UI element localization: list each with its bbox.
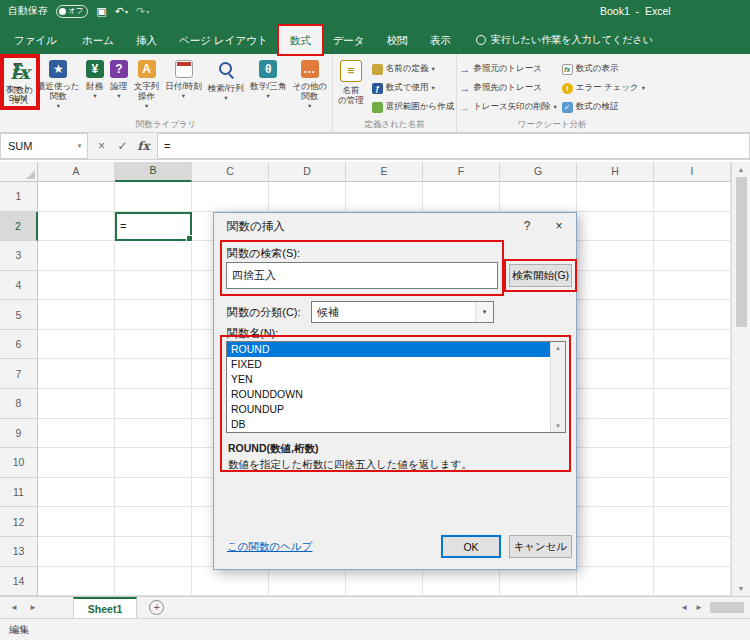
cell-I12[interactable] [654, 507, 731, 537]
cell-A4[interactable] [38, 271, 115, 301]
cell-I2[interactable] [654, 212, 731, 242]
cell-B6[interactable] [115, 330, 192, 360]
ribbon-button-math-trig[interactable]: θ数学/三角▾ [247, 56, 289, 119]
cell-H12[interactable] [577, 507, 654, 537]
row-header-8[interactable]: 8 [0, 389, 38, 419]
cell-I7[interactable] [654, 359, 731, 389]
ribbon-button-trace-precedents[interactable]: →参照元のトレース [459, 61, 557, 77]
vertical-scrollbar[interactable]: ▲ ▼ [731, 162, 750, 596]
cell-A8[interactable] [38, 389, 115, 419]
ribbon-button-name-manager[interactable]: ≡ 名前 の管理 [335, 56, 367, 119]
formula-input[interactable]: = [157, 133, 750, 159]
row-header-2[interactable]: 2 [0, 212, 38, 242]
search-input[interactable]: 四捨五入 [226, 262, 498, 289]
row-header-12[interactable]: 12 [0, 507, 38, 537]
vscroll-down-icon[interactable]: ▼ [732, 581, 750, 596]
row-header-9[interactable]: 9 [0, 419, 38, 449]
cell-H4[interactable] [577, 271, 654, 301]
ok-button[interactable]: OK [441, 535, 501, 558]
cell-I6[interactable] [654, 330, 731, 360]
list-scroll-up-icon[interactable]: ▲ [555, 345, 561, 351]
function-help-link[interactable]: この関数のヘルプ [227, 540, 312, 554]
cell-A5[interactable] [38, 300, 115, 330]
cell-B13[interactable] [115, 537, 192, 567]
function-item-rounddown[interactable]: ROUNDDOWN [227, 387, 550, 402]
function-item-roundup[interactable]: ROUNDUP [227, 402, 550, 417]
sheet-nav-right-icon[interactable]: ► [29, 603, 37, 612]
ribbon-button-use-in-formula[interactable]: ƒ数式で使用▾ [372, 80, 454, 96]
redo-button[interactable]: ↷▾ [136, 6, 149, 17]
cell-I13[interactable] [654, 537, 731, 567]
cell-H13[interactable] [577, 537, 654, 567]
cell-H9[interactable] [577, 419, 654, 449]
cell-I10[interactable] [654, 448, 731, 478]
row-header-7[interactable]: 7 [0, 359, 38, 389]
save-icon[interactable]: ▣ [96, 6, 106, 17]
row-header-14[interactable]: 14 [0, 567, 38, 597]
cell-B10[interactable] [115, 448, 192, 478]
cell-C1[interactable] [192, 182, 269, 212]
ribbon-button-lookup-reference[interactable]: 検索/行列▾ [205, 56, 247, 119]
cell-H14[interactable] [577, 567, 654, 597]
row-header-13[interactable]: 13 [0, 537, 38, 567]
hscroll-thumb[interactable] [710, 602, 744, 613]
dialog-close-icon[interactable]: × [543, 214, 575, 238]
row-header-1[interactable]: 1 [0, 182, 38, 212]
cell-D1[interactable] [269, 182, 346, 212]
cell-A3[interactable] [38, 241, 115, 271]
ribbon-button-evaluate-formula[interactable]: ✓数式の検証 [562, 99, 645, 115]
function-item-fixed[interactable]: FIXED [227, 357, 550, 372]
cell-H6[interactable] [577, 330, 654, 360]
column-header-H[interactable]: H [577, 162, 654, 182]
row-header-4[interactable]: 4 [0, 271, 38, 301]
cell-H7[interactable] [577, 359, 654, 389]
ribbon-button-remove-arrows[interactable]: →トレース矢印の削除▾ [459, 99, 557, 115]
cell-B7[interactable] [115, 359, 192, 389]
category-dropdown[interactable]: 候補 ▾ [311, 301, 494, 323]
ribbon-button-trace-dependents[interactable]: →参照先のトレース [459, 80, 557, 96]
sheet-tab-sheet1[interactable]: Sheet1 [73, 597, 137, 618]
cell-H3[interactable] [577, 241, 654, 271]
function-list[interactable]: ROUNDFIXEDYENROUNDDOWNROUNDUPDB ▲ ▼ [226, 341, 566, 433]
cell-E14[interactable] [346, 567, 423, 597]
ribbon-button-autosum[interactable]: Σオート SUM▾ [2, 56, 34, 119]
cell-A6[interactable] [38, 330, 115, 360]
ribbon-tab-file[interactable]: ファイル [0, 26, 71, 54]
ribbon-button-define-name[interactable]: 名前の定義▾ [372, 61, 454, 77]
cell-I1[interactable] [654, 182, 731, 212]
cell-B14[interactable] [115, 567, 192, 597]
vscroll-track[interactable] [732, 327, 750, 581]
column-header-F[interactable]: F [423, 162, 500, 182]
cancel-entry-icon[interactable]: × [91, 139, 112, 153]
ribbon-tab-data[interactable]: データ [322, 26, 376, 54]
cell-A7[interactable] [38, 359, 115, 389]
cancel-button[interactable]: キャンセル [509, 535, 572, 558]
cell-B12[interactable] [115, 507, 192, 537]
column-header-D[interactable]: D [269, 162, 346, 182]
cell-F14[interactable] [423, 567, 500, 597]
list-scroll-down-icon[interactable]: ▼ [555, 423, 561, 429]
cell-I4[interactable] [654, 271, 731, 301]
cell-A2[interactable] [38, 212, 115, 242]
undo-button[interactable]: ↶▾ [115, 6, 128, 17]
tell-me-box[interactable]: 実行したい作業を入力してください [476, 26, 653, 54]
select-all-button[interactable] [0, 162, 38, 182]
ribbon-button-logical[interactable]: ?論理▾ [107, 56, 131, 119]
horizontal-scrollbar[interactable]: ◄ ► [680, 602, 750, 613]
cell-B1[interactable] [115, 182, 192, 212]
ribbon-tab-home[interactable]: ホーム [71, 26, 125, 54]
ribbon-button-recently-used[interactable]: ★最近使った 関数▾ [34, 56, 83, 119]
ribbon-button-date-time[interactable]: 日付/時刻▾ [162, 56, 204, 119]
cell-B11[interactable] [115, 478, 192, 508]
ribbon-tab-formulas[interactable]: 数式 [279, 26, 322, 54]
cell-B8[interactable] [115, 389, 192, 419]
column-header-B[interactable]: B [115, 162, 192, 182]
cell-A1[interactable] [38, 182, 115, 212]
function-item-round[interactable]: ROUND [227, 342, 550, 357]
cell-A9[interactable] [38, 419, 115, 449]
column-header-I[interactable]: I [654, 162, 731, 182]
cell-I3[interactable] [654, 241, 731, 271]
cell-I5[interactable] [654, 300, 731, 330]
cell-B4[interactable] [115, 271, 192, 301]
function-item-db[interactable]: DB [227, 417, 550, 432]
